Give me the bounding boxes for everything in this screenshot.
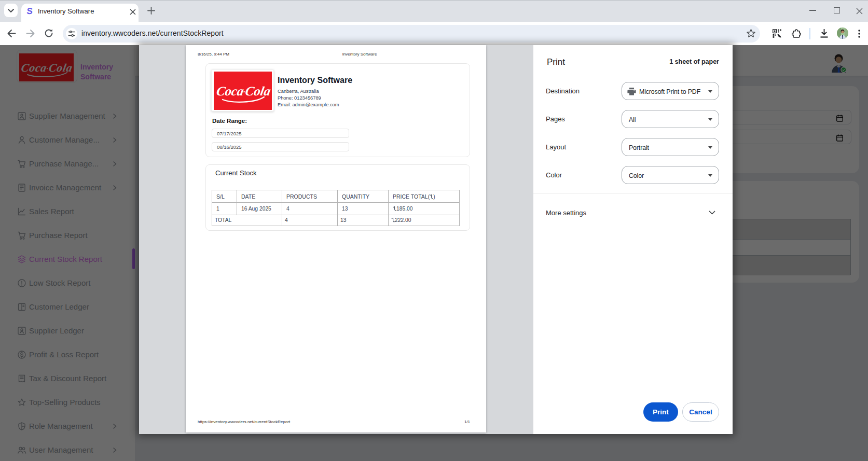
svg-text:Coca.Cola: Coca.Cola bbox=[215, 84, 272, 98]
svg-text:S: S bbox=[26, 6, 33, 16]
